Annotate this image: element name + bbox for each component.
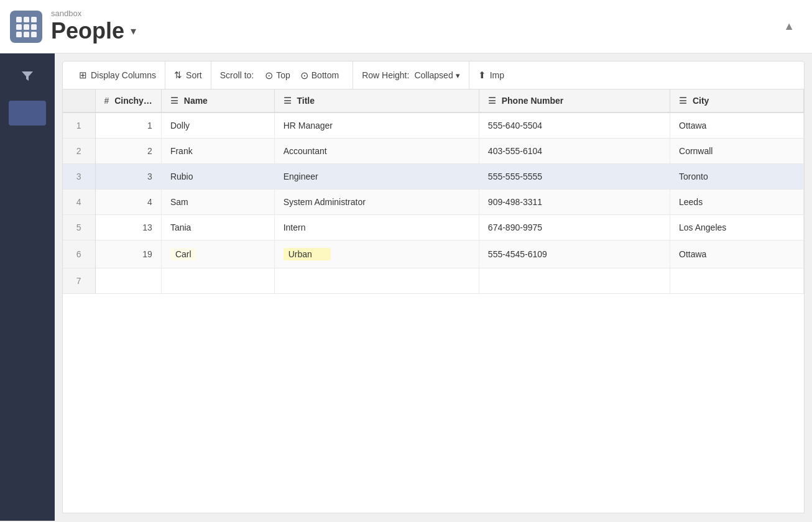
city-col-icon: ☰ [679, 96, 687, 106]
svg-rect-5 [31, 24, 37, 30]
cell-name[interactable]: Frank [161, 139, 274, 164]
scroll-bottom-label: Bottom [311, 70, 339, 80]
scroll-top-label: Top [276, 70, 290, 80]
svg-rect-7 [24, 32, 29, 37]
scroll-bottom-icon: ⊙ [300, 70, 308, 81]
cell-city: Cornwall [670, 139, 804, 164]
scroll-to-label: Scroll to: [220, 70, 254, 80]
cell-name[interactable] [161, 268, 274, 294]
title-block: sandbox People ▾ [51, 9, 136, 44]
display-columns-button[interactable]: ⊞ Display Columns [70, 62, 165, 89]
cell-title[interactable]: Intern [274, 215, 479, 240]
filter-icon [21, 69, 34, 86]
cinchy-col-label: Cinchy… [114, 96, 152, 106]
cell-name[interactable]: Tania [161, 215, 274, 240]
sidebar [0, 53, 55, 521]
cell-row-num: 1 [63, 112, 95, 139]
data-table-wrapper: # Cinchy… ☰ Name ☰ Title ☰ [62, 89, 805, 513]
cell-cinchy-id: 19 [95, 240, 161, 268]
col-header-phone[interactable]: ☰ Phone Number [479, 89, 670, 112]
cell-title[interactable]: System Administrator [274, 190, 479, 215]
table-row[interactable]: 513TaniaIntern674-890-9975Los Angeles [63, 215, 804, 240]
cell-city: Toronto [670, 164, 804, 190]
sandbox-label: sandbox [51, 9, 136, 18]
svg-rect-4 [24, 24, 29, 30]
table-row[interactable]: 22FrankAccountant403-555-6104Cornwall [63, 139, 804, 164]
import-icon: ⬆ [478, 70, 486, 81]
content-area: ⊞ Display Columns ⇅ Sort Scroll to: ⊙ To… [55, 53, 812, 521]
svg-rect-6 [16, 32, 22, 37]
import-button[interactable]: ⬆ Imp [469, 62, 513, 89]
cell-phone: 909-498-3311 [479, 190, 670, 215]
sort-icon: ⇅ [174, 70, 182, 81]
page-title: People [51, 18, 124, 44]
svg-rect-8 [31, 32, 37, 37]
table-row[interactable]: 44SamSystem Administrator909-498-3311Lee… [63, 190, 804, 215]
svg-rect-2 [31, 17, 37, 22]
cell-city: Ottawa [670, 112, 804, 139]
cell-title[interactable]: Urban [274, 240, 479, 268]
import-label: Imp [490, 70, 504, 80]
cell-title[interactable] [274, 268, 479, 294]
sidebar-active-indicator [9, 101, 46, 126]
cell-row-num: 4 [63, 190, 95, 215]
cell-title[interactable]: HR Manager [274, 112, 479, 139]
table-header-row: # Cinchy… ☰ Name ☰ Title ☰ [63, 89, 804, 112]
scroll-bottom-button[interactable]: ⊙ Bottom [295, 67, 344, 84]
col-header-name[interactable]: ☰ Name [161, 89, 274, 112]
scroll-group: Scroll to: ⊙ Top ⊙ Bottom [211, 62, 353, 89]
cell-row-num: 6 [63, 240, 95, 268]
cell-city: Ottawa [670, 240, 804, 268]
sort-button[interactable]: ⇅ Sort [165, 62, 211, 89]
name-col-label: Name [184, 96, 208, 106]
svg-marker-9 [22, 71, 33, 81]
cell-cinchy-id: 3 [95, 164, 161, 190]
cell-cinchy-id: 13 [95, 215, 161, 240]
display-columns-icon: ⊞ [79, 70, 87, 81]
table-row[interactable]: 33RubioEngineer555-555-5555Toronto [63, 164, 804, 190]
app-header: sandbox People ▾ ▲ [0, 0, 812, 53]
cell-name[interactable]: Sam [161, 190, 274, 215]
row-height-select[interactable]: Collapsed ▾ [414, 70, 459, 80]
row-height-group: Row Height: Collapsed ▾ [353, 62, 469, 89]
phone-col-icon: ☰ [488, 96, 496, 106]
filter-button[interactable] [11, 61, 44, 93]
phone-col-label: Phone Number [502, 96, 564, 106]
city-col-label: City [693, 96, 709, 106]
cell-cinchy-id: 1 [95, 112, 161, 139]
collapse-button[interactable]: ▲ [778, 17, 800, 35]
cell-city: Los Angeles [670, 215, 804, 240]
app-logo [10, 11, 42, 43]
cell-title[interactable]: Accountant [274, 139, 479, 164]
col-header-city[interactable]: ☰ City [670, 89, 804, 112]
cell-row-num: 7 [63, 268, 95, 294]
scroll-top-button[interactable]: ⊙ Top [260, 67, 295, 84]
sort-label: Sort [186, 70, 202, 80]
cell-row-num: 2 [63, 139, 95, 164]
col-header-cinchy-id[interactable]: # Cinchy… [95, 89, 161, 112]
collapse-icon: ▲ [783, 20, 795, 32]
cell-city [670, 268, 804, 294]
cell-row-num: 3 [63, 164, 95, 190]
title-dropdown-icon[interactable]: ▾ [131, 24, 136, 38]
cell-phone: 555-4545-6109 [479, 240, 670, 268]
cell-name[interactable]: Carl [161, 240, 274, 268]
cell-name[interactable]: Rubio [161, 164, 274, 190]
svg-rect-3 [16, 24, 22, 30]
cell-phone: 555-555-5555 [479, 164, 670, 190]
cell-city: Leeds [670, 190, 804, 215]
table-row[interactable]: 11DollyHR Manager555-640-5504Ottawa [63, 112, 804, 139]
cell-cinchy-id [95, 268, 161, 294]
main-layout: ⊞ Display Columns ⇅ Sort Scroll to: ⊙ To… [0, 53, 812, 521]
cell-title[interactable]: Engineer [274, 164, 479, 190]
table-row[interactable]: 619CarlUrban555-4545-6109Ottawa [63, 240, 804, 268]
table-row[interactable]: 7 [63, 268, 804, 294]
cell-cinchy-id: 4 [95, 190, 161, 215]
title-col-label: Title [297, 96, 315, 106]
svg-rect-1 [24, 17, 29, 22]
cell-phone [479, 268, 670, 294]
col-header-row-num [63, 89, 95, 112]
cell-row-num: 5 [63, 215, 95, 240]
cell-name[interactable]: Dolly [161, 112, 274, 139]
col-header-title[interactable]: ☰ Title [274, 89, 479, 112]
